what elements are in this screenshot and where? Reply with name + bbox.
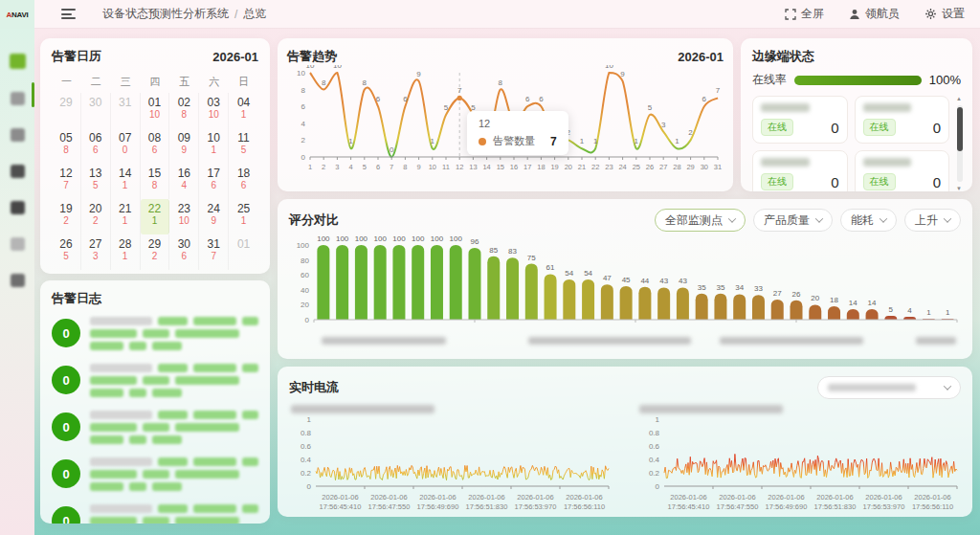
- calendar-day-cell[interactable]: 086: [141, 128, 170, 164]
- calendar-day-cell[interactable]: 066: [81, 128, 111, 164]
- calendar-day-cell[interactable]: 211: [111, 199, 141, 234]
- calendar-day-cell[interactable]: 0110: [141, 93, 170, 128]
- score-bar[interactable]: [809, 304, 821, 320]
- calendar-day-cell[interactable]: 135: [81, 164, 111, 199]
- score-bar[interactable]: [487, 256, 500, 320]
- score-bar-chart[interactable]: 1001001001001001001001009685837561545447…: [289, 232, 961, 339]
- score-bar[interactable]: [620, 286, 633, 320]
- score-bar[interactable]: [696, 294, 708, 320]
- nav-item-1-icon[interactable]: [10, 54, 26, 69]
- day-number: 17: [199, 167, 228, 180]
- score-bar[interactable]: [336, 245, 348, 320]
- calendar-day-cell[interactable]: 01: [229, 234, 258, 270]
- alarm-log-item[interactable]: 0: [52, 315, 258, 350]
- calendar-day-cell[interactable]: 099: [169, 128, 199, 164]
- score-bar[interactable]: [657, 287, 670, 320]
- calendar-day-cell[interactable]: 265: [52, 234, 81, 270]
- calendar-day-cell[interactable]: 0310: [199, 93, 229, 128]
- calendar-day-cell[interactable]: 186: [229, 164, 258, 199]
- scrollbar-thumb[interactable]: [957, 107, 963, 151]
- score-bar[interactable]: [469, 248, 481, 320]
- calendar-day-cell[interactable]: 2310: [169, 199, 199, 234]
- score-bar[interactable]: [545, 274, 557, 320]
- svg-text:6: 6: [403, 95, 408, 103]
- weekday-label: 一: [52, 73, 81, 91]
- score-bar[interactable]: [733, 294, 746, 320]
- log-text-blurred: [90, 376, 137, 385]
- calendar-day-cell[interactable]: 058: [52, 128, 81, 164]
- alarm-log-item[interactable]: 0: [52, 456, 258, 491]
- calendar-day-cell[interactable]: 306: [169, 234, 199, 270]
- filter-dropdown-1[interactable]: 全部监测点: [655, 209, 746, 232]
- score-bar[interactable]: [355, 245, 368, 320]
- calendar-day-cell[interactable]: 221: [141, 199, 170, 234]
- calendar-day-cell[interactable]: 202: [81, 199, 111, 234]
- score-bar[interactable]: [563, 279, 575, 320]
- nav-item-3-icon[interactable]: [11, 128, 25, 142]
- score-bar[interactable]: [866, 309, 879, 320]
- day-number: 21: [111, 202, 140, 215]
- alarm-log-item[interactable]: 0: [52, 502, 258, 524]
- device-select-dropdown[interactable]: [817, 376, 961, 399]
- user-menu[interactable]: 领航员: [849, 6, 900, 22]
- scroll-down-icon[interactable]: ▼: [956, 186, 962, 191]
- alarm-log-item[interactable]: 0: [52, 409, 258, 444]
- calendar-day-cell[interactable]: 317: [199, 234, 229, 270]
- calendar-day-cell[interactable]: 070: [111, 128, 141, 164]
- score-bar[interactable]: [374, 245, 387, 320]
- score-bar[interactable]: [752, 295, 765, 320]
- nav-item-2-icon[interactable]: [11, 92, 25, 105]
- score-bar[interactable]: [638, 287, 651, 320]
- current-chart-left[interactable]: 10.80.60.40.202026-01-0617:56:45:4102026…: [289, 413, 612, 517]
- alarm-log-item[interactable]: 0: [52, 362, 258, 397]
- score-bar[interactable]: [317, 245, 329, 320]
- calendar-day-cell[interactable]: 164: [169, 164, 199, 199]
- filter-dropdown-2[interactable]: 产品质量: [753, 209, 833, 232]
- calendar-day-cell[interactable]: 281: [111, 234, 141, 270]
- calendar-day-cell[interactable]: 127: [52, 164, 81, 199]
- calendar-day-cell[interactable]: 30: [81, 93, 111, 128]
- score-bar[interactable]: [412, 245, 424, 320]
- filter-dropdown-3[interactable]: 能耗: [840, 209, 897, 232]
- calendar-day-cell[interactable]: 115: [229, 128, 258, 164]
- calendar-day-cell[interactable]: 176: [199, 164, 229, 199]
- nav-item-7-icon[interactable]: [11, 274, 25, 287]
- score-bar[interactable]: [601, 284, 613, 320]
- score-bar[interactable]: [450, 245, 462, 320]
- settings-button[interactable]: 设置: [924, 6, 965, 22]
- calendar-day-cell[interactable]: 29: [52, 93, 81, 128]
- score-bar[interactable]: [791, 301, 803, 320]
- score-bar[interactable]: [714, 294, 726, 320]
- menu-toggle-icon[interactable]: [61, 9, 76, 19]
- calendar-day-cell[interactable]: 141: [111, 164, 141, 199]
- score-bar[interactable]: [506, 257, 519, 320]
- score-bar[interactable]: [431, 245, 443, 320]
- current-chart-right[interactable]: 10.80.60.40.202026-01-0617:56:45:4102026…: [637, 413, 961, 517]
- calendar-day-cell[interactable]: 273: [81, 234, 111, 270]
- score-bar[interactable]: [771, 300, 784, 320]
- calendar-day-cell[interactable]: 192: [52, 199, 81, 234]
- scroll-up-icon[interactable]: ▲: [956, 96, 962, 101]
- calendar-day-cell[interactable]: 249: [199, 199, 229, 234]
- score-bar[interactable]: [525, 264, 538, 321]
- nav-item-6-icon[interactable]: [11, 237, 25, 251]
- score-bar[interactable]: [847, 309, 859, 320]
- calendar-day-cell[interactable]: 101: [199, 128, 229, 164]
- score-bar[interactable]: [677, 287, 689, 320]
- calendar-day-cell[interactable]: 251: [229, 199, 258, 234]
- calendar-day-cell[interactable]: 158: [141, 164, 170, 199]
- calendar-day-cell[interactable]: 028: [169, 93, 199, 128]
- nav-item-5-icon[interactable]: [11, 201, 25, 214]
- nav-item-4-icon[interactable]: [11, 165, 25, 178]
- calendar-day-cell[interactable]: 041: [229, 93, 258, 128]
- score-bar[interactable]: [582, 279, 594, 320]
- tooltip-x-value: 12: [479, 118, 557, 129]
- score-bar[interactable]: [392, 245, 405, 320]
- calendar-day-cell[interactable]: 31: [111, 93, 141, 128]
- score-bar[interactable]: [884, 316, 897, 320]
- filter-dropdown-4[interactable]: 上升: [904, 209, 961, 232]
- calendar-day-cell[interactable]: 292: [141, 234, 170, 270]
- svg-text:1: 1: [580, 137, 585, 145]
- score-bar[interactable]: [828, 306, 840, 320]
- fullscreen-button[interactable]: 全屏: [785, 6, 824, 22]
